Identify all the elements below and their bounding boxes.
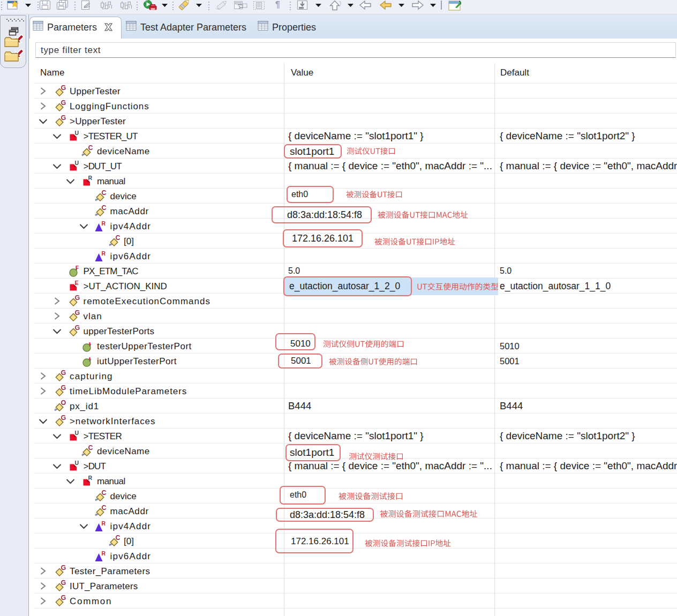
svg-text:G: G	[61, 99, 66, 107]
svg-text:C: C	[102, 489, 107, 497]
svg-text:G: G	[75, 309, 80, 317]
svg-text:U: U	[75, 130, 79, 136]
svg-text:E: E	[75, 280, 79, 286]
svg-text:R: R	[102, 220, 106, 227]
svg-text:R: R	[102, 550, 106, 557]
svg-text:C: C	[116, 234, 121, 242]
svg-text:G: G	[61, 114, 66, 122]
svg-text:R: R	[88, 175, 93, 181]
svg-text:G: G	[61, 369, 66, 377]
svg-text:G: G	[61, 84, 66, 92]
svg-text:G: G	[61, 384, 66, 392]
svg-text:F: F	[76, 265, 79, 271]
svg-text:R: R	[102, 250, 106, 257]
svg-text:C: C	[102, 204, 107, 212]
svg-text:C: C	[88, 444, 93, 452]
svg-text:R: R	[102, 520, 106, 527]
svg-text:C: C	[102, 504, 107, 512]
svg-text:G: G	[61, 564, 66, 572]
svg-text:G: G	[61, 579, 66, 587]
svg-text:U: U	[75, 160, 79, 166]
svg-text:G: G	[61, 414, 66, 422]
svg-text:R: R	[88, 475, 93, 481]
svg-text:C: C	[116, 534, 121, 542]
svg-text:G: G	[75, 324, 80, 332]
svg-text:C: C	[102, 189, 107, 197]
svg-text:U: U	[75, 430, 79, 436]
svg-text:U: U	[75, 460, 79, 466]
svg-text:C: C	[88, 144, 93, 152]
svg-text:O: O	[61, 399, 66, 407]
svg-text:G: G	[75, 294, 80, 302]
svg-text:G: G	[61, 594, 66, 602]
